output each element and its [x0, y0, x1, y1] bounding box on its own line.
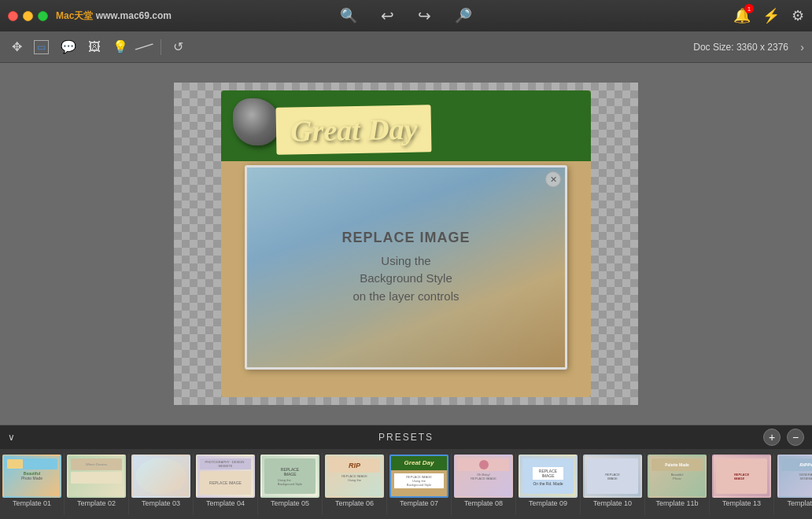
presets-scroll[interactable]: Beautiful Photo Made Template 01 Where D… [0, 449, 812, 519]
comment-tool-icon[interactable]: 💬 [61, 39, 76, 54]
preset-item-03[interactable]: Template 03 [129, 453, 194, 515]
toolbar-separator [161, 39, 161, 55]
preset-thumb-10[interactable]: REPLACEIMAGE [583, 455, 642, 498]
canvas-wrapper: Great Day REPLACE IMAGE [174, 83, 638, 405]
chevron-right-icon[interactable]: › [800, 41, 804, 53]
preset-label-13: Template 13 [722, 499, 761, 507]
zoom-in-icon[interactable]: 🔍 [340, 7, 357, 24]
preset-label-04: Template 04 [206, 499, 245, 507]
titlebar: Mac天堂 www.mac69.com 🔍 ↩ ↪ 🔍 🔔 1 ⚡ ⚙ [0, 0, 812, 31]
refresh-tool-icon[interactable]: ↺ [173, 39, 183, 54]
preset-item-05[interactable]: REPLACEIMAGE Using theBackground Style T… [258, 453, 323, 515]
preset-label-09: Template 09 [529, 499, 567, 507]
preset-thumb-03[interactable] [131, 455, 190, 498]
card-banner: Great Day [221, 90, 591, 161]
preset-label-10: Template 10 [593, 499, 632, 507]
preset-item-10[interactable]: REPLACEIMAGE Template 10 [581, 453, 645, 515]
thumb-07-banner: Great Day [391, 456, 447, 470]
preset-thumb-02[interactable]: Where Dreams [67, 455, 126, 498]
preset-thumb-11b[interactable]: Palette Made BeautifulPhoto [648, 455, 707, 498]
settings-icon[interactable]: ⚙ [792, 7, 804, 24]
image-tool-icon[interactable]: 🖼 [88, 40, 101, 54]
preset-thumb-07[interactable]: Great Day REPLACE IMAGE Using the Backgr… [389, 455, 448, 498]
notification-bell[interactable]: 🔔 1 [733, 7, 751, 24]
preset-label-06: Template 06 [335, 499, 374, 507]
preset-label-07: Template 07 [400, 499, 438, 507]
preset-thumb-13[interactable]: REPLACEIMAGE [712, 455, 771, 498]
preset-item-07[interactable]: Great Day REPLACE IMAGE Using the Backgr… [387, 453, 452, 515]
select-tool-icon[interactable]: ▭ [34, 40, 49, 54]
preset-item-04[interactable]: PHOTOGRAPHY · DESIGN · WEBSITE REPLACE I… [194, 453, 258, 515]
preset-thumb-05[interactable]: REPLACEIMAGE Using theBackground Style [260, 455, 319, 498]
preset-thumb-04[interactable]: PHOTOGRAPHY · DESIGN · WEBSITE REPLACE I… [196, 455, 255, 498]
photo-placeholder: REPLACE IMAGE Using the Background Style… [247, 167, 565, 367]
move-tool-icon[interactable]: ✥ [12, 39, 22, 54]
add-preset-button[interactable]: + [763, 429, 781, 446]
preset-label-14: Template 14 [787, 499, 812, 507]
preset-item-09[interactable]: REPLACEIMAGE On the Rd. Made Template 09 [516, 453, 581, 515]
presets-actions: + − [763, 429, 804, 446]
preset-label-11b: Template 11b [655, 499, 698, 507]
template-card[interactable]: Great Day REPLACE IMAGE [221, 90, 591, 397]
close-photo-button[interactable]: ✕ [545, 171, 561, 187]
preset-thumb-08[interactable]: Oh Baby!REPLACE IMAGE [454, 455, 513, 498]
line-tool-icon[interactable]: ╱ [135, 38, 153, 56]
preset-label-02: Template 02 [77, 499, 116, 507]
preset-item-01[interactable]: Beautiful Photo Made Template 01 [0, 453, 65, 515]
chevron-down-icon[interactable]: ∨ [8, 432, 15, 443]
preset-label-03: Template 03 [142, 499, 180, 507]
preset-thumb-14[interactable]: RiPPe GENERALSENEMA [777, 455, 813, 498]
notification-badge: 1 [744, 4, 754, 13]
preset-label-05: Template 05 [271, 499, 309, 507]
presets-header: ∨ PRESETS + − [0, 425, 812, 449]
thumb-07-body: REPLACE IMAGE Using the Background Style [391, 470, 447, 491]
preset-thumb-09[interactable]: REPLACEIMAGE On the Rd. Made [519, 455, 578, 498]
preset-thumb-01[interactable]: Beautiful Photo Made [2, 455, 61, 498]
stone-decoration [233, 98, 280, 145]
preset-label-08: Template 08 [464, 499, 503, 507]
presets-title: PRESETS [378, 432, 434, 443]
minimize-button[interactable] [23, 11, 33, 21]
presets-bar: ∨ PRESETS + − Beautiful Photo Made Tem [0, 425, 812, 519]
card-title: Great Day [290, 112, 418, 148]
replace-image-label: REPLACE IMAGE [341, 230, 470, 246]
titlebar-right: 🔔 1 ⚡ ⚙ [733, 7, 804, 24]
remove-preset-button[interactable]: − [787, 429, 804, 446]
flash-icon[interactable]: ⚡ [762, 7, 780, 24]
preset-label-01: Template 01 [13, 499, 51, 507]
close-button[interactable] [8, 11, 18, 21]
app-logo: Mac天堂 www.mac69.com [56, 9, 172, 23]
doc-size: Doc Size: 3360 x 2376 [693, 42, 788, 53]
preset-item-13[interactable]: REPLACEIMAGE Template 13 [710, 453, 774, 515]
preset-thumb-06[interactable]: RIP REPLACE IMAGE Using the [325, 455, 384, 498]
rotate-right-icon[interactable]: ↪ [418, 6, 431, 25]
traffic-lights [8, 11, 48, 21]
toolbar-center: 🔍 ↩ ↪ 🔍 [340, 6, 472, 25]
preset-item-11b[interactable]: Palette Made BeautifulPhoto Template 11b [645, 453, 710, 515]
photo-frame[interactable]: REPLACE IMAGE Using the Background Style… [245, 165, 567, 370]
preset-item-08[interactable]: Oh Baby!REPLACE IMAGE Template 08 [452, 453, 516, 515]
preset-item-14[interactable]: RiPPe GENERALSENEMA Template 14 [774, 453, 812, 515]
preset-item-06[interactable]: RIP REPLACE IMAGE Using the Template 06 [323, 453, 387, 515]
zoom-out-icon[interactable]: 🔍 [455, 7, 472, 24]
rotate-left-icon[interactable]: ↩ [381, 6, 394, 25]
maximize-button[interactable] [38, 11, 48, 21]
lightbulb-tool-icon[interactable]: 💡 [113, 39, 128, 54]
replace-subtitle: Using the Background Style on the layer … [341, 252, 470, 306]
secondary-toolbar: ✥ ▭ 💬 🖼 💡 ╱ ↺ Doc Size: 3360 x 2376 › [0, 31, 812, 63]
canvas-area: Great Day REPLACE IMAGE [0, 63, 812, 425]
preset-item-02[interactable]: Where Dreams Template 02 [65, 453, 129, 515]
